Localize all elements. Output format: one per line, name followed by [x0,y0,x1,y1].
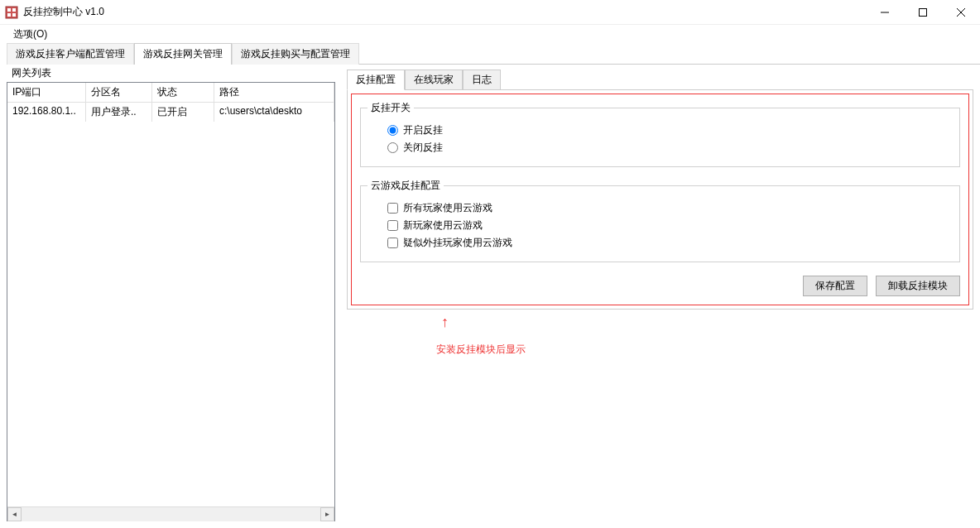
check-new-players[interactable] [387,220,398,231]
table-header: IP端口 分区名 状态 路径 [7,83,334,103]
table-body: 192.168.80.1.. 用户登录.. 已开启 c:\users\cta\d… [7,103,334,506]
switch-group-title: 反挂开关 [368,101,414,115]
tab-online-players[interactable]: 在线玩家 [405,70,463,90]
radio-enable-label: 开启反挂 [403,123,443,137]
check-new-row[interactable]: 新玩家使用云游戏 [387,218,953,233]
svg-rect-4 [12,13,16,17]
scroll-track[interactable] [22,507,320,521]
radio-disable[interactable] [387,142,398,153]
annotation: ↑ 安装反挂模块后显示 [436,314,973,357]
gateway-table: IP端口 分区名 状态 路径 192.168.80.1.. 用户登录.. 已开启… [7,82,335,521]
main-area: 网关列表 IP端口 分区名 状态 路径 192.168.80.1.. 用户登录.… [0,65,980,528]
save-config-button[interactable]: 保存配置 [803,276,867,296]
horizontal-scrollbar[interactable]: ◄ ► [7,506,334,521]
tab-client-config[interactable]: 游戏反挂客户端配置管理 [7,43,134,65]
radio-disable-label: 关闭反挂 [403,141,443,155]
config-body: 反挂开关 开启反挂 关闭反挂 云游戏反挂配置 所有玩家使用云游戏 [347,89,973,310]
arrow-up-icon: ↑ [441,314,973,329]
tab-purchase-config[interactable]: 游戏反挂购买与配置管理 [232,43,359,65]
table-row[interactable]: 192.168.80.1.. 用户登录.. 已开启 c:\users\cta\d… [7,103,334,122]
left-column: 网关列表 IP端口 分区名 状态 路径 192.168.80.1.. 用户登录.… [7,65,335,521]
cell-zone: 用户登录.. [86,103,152,122]
scroll-left-button[interactable]: ◄ [7,507,22,521]
svg-rect-2 [12,8,16,12]
inner-tabs: 反挂配置 在线玩家 日志 [347,70,973,90]
cell-ip: 192.168.80.1.. [7,103,86,122]
switch-group: 反挂开关 开启反挂 关闭反挂 [360,101,960,167]
check-suspect-label: 疑似外挂玩家使用云游戏 [403,236,512,250]
annotation-text: 安装反挂模块后显示 [436,343,973,357]
col-status-header[interactable]: 状态 [152,83,214,102]
minimize-button[interactable] [866,0,904,24]
cell-path: c:\users\cta\deskto [214,103,334,122]
menubar: 选项(O) [0,25,980,43]
check-all-row[interactable]: 所有玩家使用云游戏 [387,201,953,215]
tab-gateway-manage[interactable]: 游戏反挂网关管理 [134,43,232,65]
outer-tabs: 游戏反挂客户端配置管理 游戏反挂网关管理 游戏反挂购买与配置管理 [0,43,980,65]
tab-log[interactable]: 日志 [463,70,501,90]
svg-rect-3 [7,13,11,17]
check-new-label: 新玩家使用云游戏 [403,218,483,233]
config-highlight-box: 反挂开关 开启反挂 关闭反挂 云游戏反挂配置 所有玩家使用云游戏 [351,94,969,305]
col-ip-header[interactable]: IP端口 [7,83,86,102]
col-path-header[interactable]: 路径 [214,83,334,102]
radio-enable-row[interactable]: 开启反挂 [387,123,953,137]
svg-rect-1 [7,8,11,12]
unload-module-button[interactable]: 卸载反挂模块 [876,276,960,296]
gateway-list-label: 网关列表 [7,65,335,82]
close-button[interactable] [942,0,980,24]
col-zone-header[interactable]: 分区名 [86,83,152,102]
radio-disable-row[interactable]: 关闭反挂 [387,141,953,155]
cloud-group: 云游戏反挂配置 所有玩家使用云游戏 新玩家使用云游戏 疑似外挂玩家使用云游戏 [360,179,960,262]
menu-options[interactable]: 选项(O) [8,26,52,43]
app-icon [5,6,18,19]
scroll-right-button[interactable]: ► [320,507,334,521]
maximize-button[interactable] [904,0,942,24]
check-suspect-players[interactable] [387,238,398,248]
tab-anticheat-config[interactable]: 反挂配置 [347,70,405,90]
button-row: 保存配置 卸载反挂模块 [360,276,960,296]
right-column: 反挂配置 在线玩家 日志 反挂开关 开启反挂 关闭反挂 [335,65,973,521]
check-all-players[interactable] [387,203,398,214]
window-title: 反挂控制中心 v1.0 [23,5,866,19]
cloud-group-title: 云游戏反挂配置 [368,179,444,193]
check-suspect-row[interactable]: 疑似外挂玩家使用云游戏 [387,236,953,250]
radio-enable[interactable] [387,125,398,136]
svg-rect-6 [920,8,927,16]
cell-status: 已开启 [152,103,214,122]
titlebar: 反挂控制中心 v1.0 [0,0,980,25]
check-all-label: 所有玩家使用云游戏 [403,201,492,215]
window-controls [866,0,980,24]
